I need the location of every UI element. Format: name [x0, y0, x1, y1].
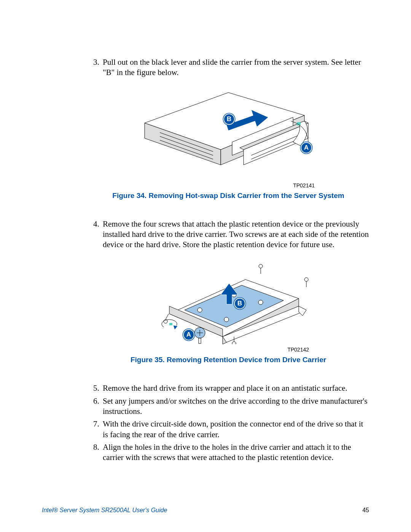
figure-34-id: TP02141 [140, 182, 317, 189]
step-4-text: Remove the four screws that attach the p… [103, 219, 369, 249]
step-8: Align the holes in the drive to the hole… [101, 442, 369, 463]
svg-marker-36 [173, 325, 178, 330]
svg-rect-35 [199, 338, 201, 343]
footer-page-number: 45 [362, 507, 369, 514]
step-5: Remove the hard drive from its wrapper a… [101, 383, 369, 393]
svg-line-29 [166, 314, 169, 320]
svg-point-26 [304, 278, 308, 281]
step-6-text: Set any jumpers and/or switches on the d… [103, 396, 367, 416]
step-3-text: Pull out on the black lever and slide th… [103, 58, 361, 77]
step-6: Set any jumpers and/or switches on the d… [101, 396, 369, 417]
figure-35-block: B A TP02142 Figure 35. Removing Retentio… [88, 257, 369, 364]
svg-point-18 [198, 308, 202, 312]
step-7: With the drive circuit-side down, positi… [101, 419, 369, 440]
figure-34-image: B A [141, 85, 316, 180]
page-content: Pull out on the black lever and slide th… [0, 0, 411, 488]
instruction-list: Pull out on the black lever and slide th… [88, 57, 369, 78]
callout-a-icon: A [301, 142, 312, 153]
step-4: Remove the four screws that attach the p… [101, 219, 369, 250]
page-footer: Intel® Server System SR2500AL User's Gui… [0, 507, 411, 514]
step-8-text: Align the holes in the drive to the hole… [103, 443, 351, 462]
svg-marker-23 [299, 306, 306, 316]
figure-35-id: TP02142 [145, 347, 311, 353]
svg-rect-37 [169, 323, 172, 325]
instruction-list-2: Remove the four screws that attach the p… [88, 219, 369, 250]
svg-point-20 [258, 300, 263, 305]
footer-title: Intel® Server System SR2500AL User's Gui… [42, 507, 167, 514]
figure-35-caption: Figure 35. Removing Retention Device fro… [88, 356, 369, 364]
instruction-list-3: Remove the hard drive from its wrapper a… [88, 383, 369, 463]
figure-34-block: B A TP02141 Figure 34. Removing Hot-swap… [88, 85, 369, 200]
step-5-text: Remove the hard drive from its wrapper a… [103, 383, 347, 393]
step-7-text: With the drive circuit-side down, positi… [103, 419, 363, 439]
svg-point-24 [259, 264, 263, 268]
step-3: Pull out on the black lever and slide th… [101, 57, 369, 78]
callout-b-icon: B [223, 113, 235, 125]
svg-point-21 [224, 317, 229, 322]
figure-35-image: B A [147, 257, 310, 344]
figure-34-caption: Figure 34. Removing Hot-swap Disk Carrie… [88, 192, 369, 200]
svg-point-30 [232, 342, 236, 344]
